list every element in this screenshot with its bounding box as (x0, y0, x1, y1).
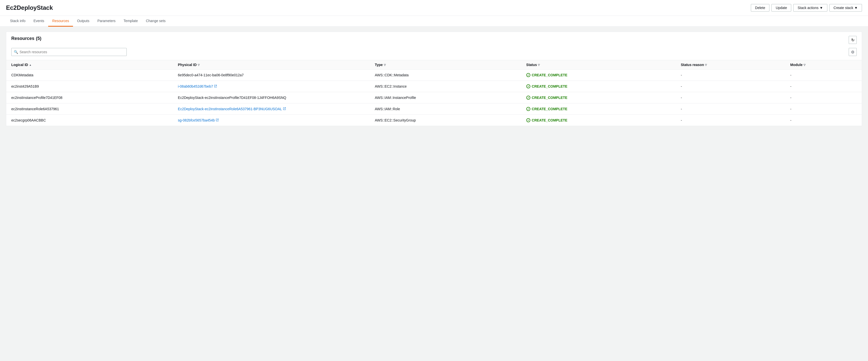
cell-type: AWS::IAM::InstanceProfile (370, 92, 521, 103)
physical-id-link[interactable]: Ec2DeployStack-ec2instInstanceRole6A5379… (178, 107, 282, 111)
physical-id-link[interactable]: i-08ab60b452d67beb7 (178, 84, 213, 88)
cell-status-reason: - (676, 115, 785, 126)
cell-logical-id: ec2instInstanceProfile7D41EF08 (6, 92, 173, 103)
gear-icon: ⚙ (851, 50, 855, 55)
status-badge: ✓CREATE_COMPLETE (526, 84, 671, 88)
refresh-icon: ↻ (851, 38, 855, 42)
cell-module: - (785, 103, 862, 115)
tab-change-sets[interactable]: Change sets (142, 16, 169, 27)
cell-status: ✓CREATE_COMPLETE (521, 69, 676, 81)
status-badge: ✓CREATE_COMPLETE (526, 96, 671, 100)
search-icon: 🔍 (14, 50, 18, 54)
cell-status: ✓CREATE_COMPLETE (521, 92, 676, 103)
cell-module: - (785, 81, 862, 92)
nav-tabs: Stack info Events Resources Outputs Para… (0, 16, 868, 27)
header-actions: Delete Update Stack actions ▼ Create sta… (751, 4, 862, 11)
table-row: ec2instInstanceRole6A537961Ec2DeployStac… (6, 103, 862, 115)
external-link-icon (283, 107, 286, 111)
tab-template[interactable]: Template (120, 16, 142, 27)
status-text: CREATE_COMPLETE (532, 96, 567, 100)
sort-icon: ▽ (384, 63, 386, 66)
cell-physical-id: 6e95dec0-a474-11ec-ba06-0e8f90e012a7 (173, 69, 370, 81)
cell-logical-id: ec2secgrp06AACBBC (6, 115, 173, 126)
status-badge: ✓CREATE_COMPLETE (526, 118, 671, 122)
tab-stack-info[interactable]: Stack info (6, 16, 29, 27)
tab-outputs[interactable]: Outputs (73, 16, 93, 27)
sort-asc-icon: ▲ (29, 63, 32, 66)
cell-type: AWS::EC2::SecurityGroup (370, 115, 521, 126)
chevron-down-icon: ▼ (819, 6, 823, 10)
table-row: CDKMetadata6e95dec0-a474-11ec-ba06-0e8f9… (6, 69, 862, 81)
resources-panel: Resources (5) ↻ 🔍 ⚙ (6, 32, 862, 126)
cell-status: ✓CREATE_COMPLETE (521, 103, 676, 115)
external-link-icon (214, 84, 217, 88)
check-icon: ✓ (526, 96, 530, 100)
resources-table-wrapper: Logical ID ▲ Physical ID ▽ (6, 60, 862, 126)
update-button[interactable]: Update (771, 4, 791, 11)
cell-type: AWS::CDK::Metadata (370, 69, 521, 81)
cell-logical-id: ec2instInstanceRole6A537961 (6, 103, 173, 115)
delete-button[interactable]: Delete (751, 4, 769, 11)
search-input[interactable] (11, 48, 127, 56)
refresh-button[interactable]: ↻ (849, 36, 857, 44)
resources-count: (5) (36, 36, 41, 41)
col-header-status[interactable]: Status ▽ (521, 60, 676, 69)
status-badge: ✓CREATE_COMPLETE (526, 73, 671, 77)
col-header-module[interactable]: Module ▽ (785, 60, 862, 69)
check-icon: ✓ (526, 107, 530, 111)
cell-status-reason: - (676, 81, 785, 92)
cell-physical-id[interactable]: i-08ab60b452d67beb7 (173, 81, 370, 92)
cell-status-reason: - (676, 103, 785, 115)
col-header-status-reason[interactable]: Status reason ▽ (676, 60, 785, 69)
col-header-logical-id[interactable]: Logical ID ▲ (6, 60, 173, 69)
cell-type: AWS::EC2::Instance (370, 81, 521, 92)
table-row: ec2inst429A51B9i-08ab60b452d67beb7AWS::E… (6, 81, 862, 92)
table-row: ec2instInstanceProfile7D41EF08Ec2DeployS… (6, 92, 862, 103)
cell-module: - (785, 92, 862, 103)
status-text: CREATE_COMPLETE (532, 84, 567, 88)
cell-physical-id[interactable]: sg-082bfce5657ba454b (173, 115, 370, 126)
status-badge: ✓CREATE_COMPLETE (526, 107, 671, 111)
status-text: CREATE_COMPLETE (532, 73, 567, 77)
cell-physical-id[interactable]: Ec2DeployStack-ec2instInstanceRole6A5379… (173, 103, 370, 115)
table-row: ec2secgrp06AACBBCsg-082bfce5657ba454bAWS… (6, 115, 862, 126)
sort-icon: ▽ (804, 63, 806, 66)
panel-header-row: Resources (5) ↻ (6, 32, 862, 48)
tab-parameters[interactable]: Parameters (93, 16, 119, 27)
cell-module: - (785, 69, 862, 81)
page-title: Ec2DeployStack (6, 4, 53, 11)
table-header-row: Logical ID ▲ Physical ID ▽ (6, 60, 862, 69)
check-icon: ✓ (526, 73, 530, 77)
status-text: CREATE_COMPLETE (532, 107, 567, 111)
create-stack-button[interactable]: Create stack ▼ (829, 4, 862, 11)
sort-icon: ▽ (198, 63, 200, 66)
panel-title: Resources (11, 36, 34, 41)
col-header-type[interactable]: Type ▽ (370, 60, 521, 69)
search-wrapper: 🔍 (11, 48, 127, 56)
cell-type: AWS::IAM::Role (370, 103, 521, 115)
page-header: Ec2DeployStack Delete Update Stack actio… (0, 0, 868, 16)
tab-resources[interactable]: Resources (48, 16, 73, 27)
cell-module: - (785, 115, 862, 126)
cell-logical-id: ec2inst429A51B9 (6, 81, 173, 92)
status-text: CREATE_COMPLETE (532, 118, 567, 122)
settings-button[interactable]: ⚙ (849, 48, 857, 56)
tab-events[interactable]: Events (29, 16, 48, 27)
resources-table: Logical ID ▲ Physical ID ▽ (6, 60, 862, 126)
cell-status-reason: - (676, 69, 785, 81)
cell-physical-id: Ec2DeployStack-ec2instInstanceProfile7D4… (173, 92, 370, 103)
check-icon: ✓ (526, 84, 530, 88)
cell-status: ✓CREATE_COMPLETE (521, 81, 676, 92)
main-content: Resources (5) ↻ 🔍 ⚙ (0, 27, 868, 358)
cell-status: ✓CREATE_COMPLETE (521, 115, 676, 126)
col-header-physical-id[interactable]: Physical ID ▽ (173, 60, 370, 69)
physical-id-link[interactable]: sg-082bfce5657ba454b (178, 118, 215, 122)
cell-status-reason: - (676, 92, 785, 103)
external-link-icon (216, 118, 219, 122)
chevron-down-icon: ▼ (854, 6, 858, 10)
search-settings-row: 🔍 ⚙ (6, 48, 862, 60)
sort-icon: ▽ (705, 63, 707, 66)
stack-actions-button[interactable]: Stack actions ▼ (793, 4, 827, 11)
check-icon: ✓ (526, 118, 530, 122)
sort-icon: ▽ (538, 63, 540, 66)
